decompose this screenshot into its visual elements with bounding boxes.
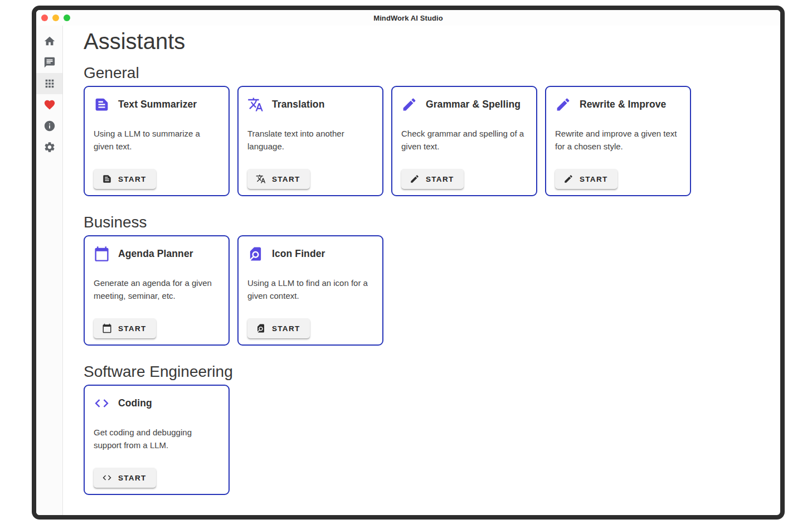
code-icon <box>102 473 112 483</box>
app-window: MindWork AI Studio Assistants General Te… <box>32 6 785 520</box>
zoom-window-button[interactable] <box>64 14 70 21</box>
calendar-icon <box>102 323 112 333</box>
close-window-button[interactable] <box>41 14 48 21</box>
sidebar-item-favorites[interactable] <box>36 94 62 115</box>
start-button[interactable]: START <box>247 318 310 338</box>
start-button[interactable]: START <box>94 318 156 338</box>
card-title: Coding <box>118 397 152 409</box>
card-description: Get coding and debugging support from a … <box>94 426 220 452</box>
section-business: Business Agenda Planner Generate an agen… <box>84 212 767 346</box>
card-header: Translation <box>247 96 373 113</box>
card-title: Grammar & Spelling <box>426 99 521 110</box>
card-grid: Coding Get coding and debugging support … <box>84 385 767 495</box>
card-header: Agenda Planner <box>94 246 220 262</box>
section-heading: General <box>84 62 767 84</box>
sidebar-item-settings[interactable] <box>36 137 62 158</box>
text-snippet-icon <box>94 96 110 113</box>
card-description: Using a LLM to summarize a given text. <box>94 128 220 153</box>
pencil-icon <box>401 96 417 113</box>
page-title: Assistants <box>84 28 767 55</box>
info-icon <box>43 120 56 132</box>
calendar-icon <box>94 246 110 262</box>
card-grid: Agenda Planner Generate an agenda for a … <box>84 235 767 346</box>
gear-icon <box>43 141 56 153</box>
card-header: Grammar & Spelling <box>401 96 527 113</box>
text-snippet-icon <box>102 174 112 184</box>
pencil-icon <box>563 174 573 184</box>
card-description: Using a LLM to find an icon for a given … <box>247 277 373 302</box>
card-title: Rewrite & Improve <box>580 99 666 110</box>
start-button[interactable]: START <box>94 468 156 488</box>
card-title: Agenda Planner <box>118 248 193 260</box>
card-description: Generate an agenda for a given meeting, … <box>94 277 220 302</box>
chat-icon <box>43 56 56 69</box>
card-description: Translate text into another language. <box>247 128 373 153</box>
section-heading: Business <box>84 212 767 233</box>
minimize-window-button[interactable] <box>52 14 59 21</box>
start-button[interactable]: START <box>94 169 156 189</box>
main-content: Assistants General Text Summarizer Using… <box>63 26 780 515</box>
card-header: Text Summarizer <box>94 96 220 113</box>
sidebar-item-assistants[interactable] <box>36 73 62 94</box>
start-button-label: START <box>426 175 454 183</box>
apps-icon <box>43 77 56 90</box>
start-button-label: START <box>118 474 147 482</box>
translate-icon <box>247 96 264 113</box>
section-general: General Text Summarizer Using a LLM to s… <box>84 62 767 196</box>
card-rewrite-improve: Rewrite & Improve Rewrite and improve a … <box>545 86 691 196</box>
card-header: Coding <box>94 395 220 411</box>
card-coding: Coding Get coding and debugging support … <box>84 385 230 495</box>
card-header: Icon Finder <box>247 246 373 262</box>
translate-icon <box>256 174 266 184</box>
home-icon <box>43 35 56 47</box>
section-software-engineering: Software Engineering Coding Get coding a… <box>84 361 767 495</box>
start-button-label: START <box>272 324 300 333</box>
card-title: Translation <box>272 99 324 110</box>
icon-search-icon <box>247 246 264 262</box>
card-grammar-spelling: Grammar & Spelling Check grammar and spe… <box>391 86 537 196</box>
start-button-label: START <box>118 175 147 183</box>
card-icon-finder: Icon Finder Using a LLM to find an icon … <box>237 235 383 346</box>
start-button[interactable]: START <box>555 169 617 189</box>
section-heading: Software Engineering <box>84 361 767 382</box>
pencil-icon <box>410 174 420 184</box>
start-button-label: START <box>580 175 608 183</box>
pencil-icon <box>555 96 571 113</box>
window-controls <box>41 14 70 21</box>
sidebar-item-chats[interactable] <box>36 52 62 73</box>
card-agenda-planner: Agenda Planner Generate an agenda for a … <box>84 235 230 346</box>
icon-search-icon <box>256 323 266 333</box>
sidebar <box>36 26 63 515</box>
sidebar-item-home[interactable] <box>36 31 62 52</box>
start-button[interactable]: START <box>247 169 310 189</box>
card-title: Icon Finder <box>272 248 325 260</box>
titlebar: MindWork AI Studio <box>36 10 780 26</box>
card-text-summarizer: Text Summarizer Using a LLM to summarize… <box>84 86 230 196</box>
card-grid: Text Summarizer Using a LLM to summarize… <box>84 86 767 196</box>
code-icon <box>94 395 110 411</box>
card-header: Rewrite & Improve <box>555 96 681 113</box>
card-description: Check grammar and spelling of a given te… <box>401 128 527 153</box>
card-translation: Translation Translate text into another … <box>237 86 383 196</box>
sections-container: General Text Summarizer Using a LLM to s… <box>84 62 767 495</box>
window-body: Assistants General Text Summarizer Using… <box>36 26 780 515</box>
heart-icon <box>43 99 56 111</box>
window-title: MindWork AI Studio <box>373 14 443 22</box>
card-description: Rewrite and improve a given text for a c… <box>555 128 681 153</box>
start-button-label: START <box>272 175 300 183</box>
start-button[interactable]: START <box>401 169 464 189</box>
sidebar-item-about[interactable] <box>36 115 62 137</box>
start-button-label: START <box>118 324 147 333</box>
card-title: Text Summarizer <box>118 99 197 110</box>
